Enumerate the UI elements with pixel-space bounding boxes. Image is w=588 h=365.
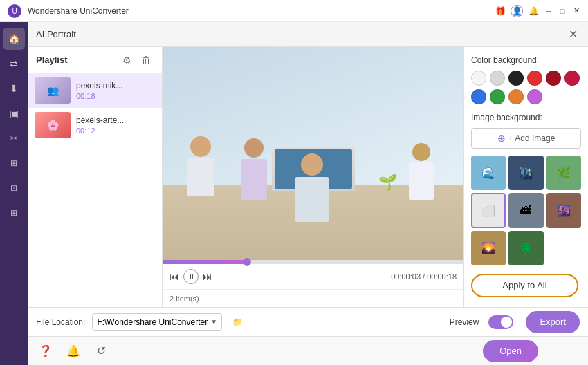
playlist-header: Playlist ⚙ 🗑	[28, 47, 162, 73]
color-swatch-crimson[interactable]	[564, 71, 580, 86]
app-logo: U	[7, 3, 22, 19]
image-bg-label: Image background:	[471, 113, 581, 122]
dialog-body: Playlist ⚙ 🗑 👥	[28, 47, 588, 307]
svg-text:U: U	[12, 8, 17, 15]
dialog-header: AI Portrait ✕	[28, 22, 588, 47]
content-area: AI Portrait ✕ Playlist ⚙ 🗑	[28, 22, 588, 365]
color-swatch-lightgray[interactable]	[490, 71, 505, 86]
file-location-value: F:\Wondershare UniConverter	[97, 317, 208, 327]
playlist-name-1: pexels-mik...	[76, 81, 155, 91]
color-bg-label: Color background:	[471, 55, 581, 65]
dropdown-arrow-icon: ▼	[210, 318, 217, 326]
playlist-item[interactable]: 👥 pexels-mik... 00:18	[28, 73, 162, 108]
browse-folder-button[interactable]: 📁	[229, 314, 246, 330]
pause-button[interactable]: ⏸	[183, 269, 199, 284]
playlist-panel: Playlist ⚙ 🗑 👥	[28, 47, 163, 307]
person-right	[409, 143, 434, 200]
video-scene: 🌱	[163, 47, 463, 260]
scene-plant: 🌱	[378, 174, 397, 191]
playlist-actions: ⚙ 🗑	[119, 53, 154, 68]
playlist-settings-button[interactable]: ⚙	[119, 53, 134, 68]
playlist-duration-2: 00:12	[76, 127, 155, 135]
sidebar-item-edit[interactable]: ⊡	[3, 177, 25, 199]
feedback-icon[interactable]: ↺	[91, 341, 111, 361]
preview-label: Preview	[450, 317, 479, 327]
sidebar-item-screen[interactable]: ▣	[3, 102, 25, 124]
sidebar-item-download[interactable]: ⬇	[3, 77, 25, 100]
app-window: U Wondershare UniConverter 🎁 👤 🔔 ─ □ ✕ 🏠…	[0, 0, 588, 365]
color-swatch-green[interactable]	[490, 89, 505, 104]
add-image-label: + Add Image	[508, 133, 555, 143]
dialog-close-button[interactable]: ✕	[566, 28, 580, 41]
sidebar-item-home[interactable]: 🏠	[3, 28, 25, 50]
items-count: 2 item(s)	[169, 294, 199, 303]
apply-to-all-button[interactable]: Apply to All	[471, 274, 578, 297]
playlist-items: 👥 pexels-mik... 00:18 🌸	[28, 73, 162, 307]
playlist-title: Playlist	[36, 55, 119, 65]
image-thumb-6[interactable]: 🌆	[546, 193, 581, 227]
image-thumb-4[interactable]: ⬜	[471, 193, 506, 227]
add-image-button[interactable]: ⊕ + Add Image	[471, 128, 581, 149]
preview-toggle[interactable]	[488, 315, 513, 329]
minimize-button[interactable]: ─	[544, 6, 553, 16]
playlist-delete-button[interactable]: 🗑	[138, 53, 154, 68]
bottom-bar: File Location: F:\Wondershare UniConvert…	[28, 307, 588, 336]
person-front	[295, 153, 329, 222]
sidebar: 🏠 ⇄ ⬇ ▣ ✂ ⊞ ⊡ ⊞	[0, 22, 28, 365]
sidebar-item-tools[interactable]: ⊞	[3, 202, 25, 224]
toggle-knob	[501, 317, 512, 328]
open-button[interactable]: Open	[483, 340, 538, 362]
file-location-input[interactable]: F:\Wondershare UniConverter ▼	[92, 313, 222, 331]
sidebar-item-ai[interactable]: ✂	[3, 127, 25, 149]
alert-icon[interactable]: 🔔	[64, 341, 83, 361]
export-button[interactable]: Export	[526, 311, 580, 333]
video-container: 🌱	[163, 47, 463, 260]
progress-bar-fill	[163, 260, 247, 264]
maximize-button[interactable]: □	[558, 6, 567, 16]
main-layout: 🏠 ⇄ ⬇ ▣ ✂ ⊞ ⊡ ⊞ AI Portrait ✕	[0, 22, 588, 365]
add-icon: ⊕	[497, 133, 506, 144]
color-swatch-black[interactable]	[508, 71, 524, 86]
color-swatch-blue[interactable]	[471, 89, 486, 104]
image-thumb-3[interactable]: 🌿	[546, 156, 581, 190]
playlist-name-2: pexels-arte...	[76, 115, 155, 125]
gift-icon[interactable]: 🎁	[494, 5, 506, 17]
apply-all-label: Apply to All	[502, 280, 546, 290]
image-thumb-2[interactable]: 🌃	[508, 156, 543, 190]
user-icon[interactable]: 👤	[511, 5, 523, 17]
video-area: 🌱	[163, 47, 463, 307]
notification-icon[interactable]: 🔔	[527, 5, 540, 17]
color-swatch-white[interactable]	[471, 71, 486, 86]
image-thumb-1[interactable]: 🌊	[471, 156, 506, 190]
playlist-item[interactable]: 🌸 pexels-arte... 00:12	[28, 108, 162, 142]
dialog-title: AI Portrait	[36, 29, 566, 39]
progress-bar-track[interactable]	[163, 260, 463, 264]
color-swatch-purple[interactable]	[527, 89, 542, 104]
image-thumb-7[interactable]: 🌄	[471, 231, 506, 265]
progress-thumb[interactable]	[243, 258, 251, 266]
color-swatch-darkred[interactable]	[546, 71, 561, 86]
image-thumb-5[interactable]: 🏙	[508, 193, 543, 227]
sidebar-item-enhance[interactable]: ⊞	[3, 152, 25, 174]
right-panel: Color background:	[463, 47, 588, 307]
person-center-left	[241, 138, 267, 200]
person-left	[187, 136, 214, 196]
close-window-button[interactable]: ✕	[571, 6, 581, 16]
color-swatches	[471, 71, 581, 104]
image-thumb-8[interactable]: 🌲	[508, 231, 543, 265]
items-count-bar: 2 item(s)	[163, 289, 463, 307]
playlist-info-2: pexels-arte... 00:12	[76, 115, 155, 135]
app-title: Wondershare UniConverter	[28, 6, 494, 16]
help-icon[interactable]: ❓	[36, 341, 55, 361]
color-swatch-red[interactable]	[527, 71, 542, 86]
title-bar-controls: 🎁 👤 🔔 ─ □ ✕	[494, 5, 581, 17]
color-swatch-orange[interactable]	[508, 89, 524, 104]
title-bar: U Wondershare UniConverter 🎁 👤 🔔 ─ □ ✕	[0, 0, 588, 22]
playlist-duration-1: 00:18	[76, 92, 155, 100]
time-display: 00:00:03 / 00:00:18	[391, 272, 457, 281]
sidebar-item-convert[interactable]: ⇄	[3, 53, 25, 75]
next-button[interactable]: ⏭	[203, 271, 212, 282]
video-controls: ⏮ ⏸ ⏭ 00:00:03 / 00:00:18	[163, 264, 463, 289]
ai-portrait-dialog: AI Portrait ✕ Playlist ⚙ 🗑	[28, 22, 588, 336]
prev-button[interactable]: ⏮	[169, 271, 179, 282]
